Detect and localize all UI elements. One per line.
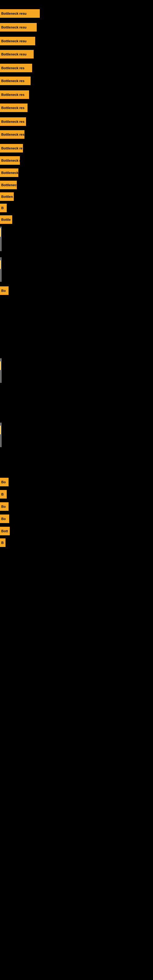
- bottleneck-bar: Bottleneck resu: [0, 37, 35, 45]
- bottleneck-bar: Bottleneck r: [0, 181, 17, 189]
- bottleneck-label: Bottleneck r: [1, 171, 18, 175]
- vertical-line: [1, 358, 1, 383]
- bottleneck-label: Bottleneck r: [1, 183, 17, 187]
- bottleneck-bar: Bott: [0, 527, 10, 535]
- bottleneck-bar: Bottleneck res: [0, 103, 27, 112]
- bottleneck-label: Bottleneck re: [1, 146, 22, 150]
- bottleneck-label: Bottleneck res: [1, 120, 24, 123]
- bottleneck-bar: Bottlen: [0, 192, 14, 201]
- bottleneck-bar: B: [0, 538, 5, 547]
- bottleneck-bar: Bottleneck resu: [0, 9, 40, 18]
- site-title: [0, 0, 153, 5]
- bottleneck-label: Bo: [1, 480, 6, 484]
- bottleneck-label: Bottleneck resu: [1, 12, 27, 15]
- bottleneck-label: Bottleneck res: [1, 133, 24, 136]
- bottleneck-label: Bottleneck res: [1, 66, 24, 70]
- bottleneck-label: B: [1, 206, 4, 210]
- bottleneck-label: Bottleneck res: [1, 79, 24, 83]
- bottleneck-bar: Bo: [0, 286, 9, 295]
- bottleneck-bar: Bottleneck res: [0, 64, 32, 72]
- bottleneck-label: Bottleneck res: [1, 93, 24, 97]
- bottleneck-bar: Bottleneck res: [0, 117, 26, 126]
- bottleneck-bar: B: [0, 490, 7, 499]
- bottleneck-label: Bo: [1, 289, 6, 293]
- vertical-line: [1, 227, 1, 251]
- bottleneck-label: Bo: [1, 517, 6, 520]
- vertical-line: [1, 423, 1, 447]
- bottleneck-label: Bottleneck resu: [1, 39, 27, 43]
- bottleneck-label: Bottle: [1, 218, 11, 221]
- bottleneck-bar: Bottle: [0, 215, 12, 224]
- bottleneck-label: Bottleneck resu: [1, 52, 27, 56]
- bottleneck-bar: Bo: [0, 502, 9, 511]
- bottleneck-bar: Bottleneck resu: [0, 23, 37, 32]
- bottleneck-bar: Bottleneck r: [0, 156, 20, 165]
- bottleneck-label: Bottlen: [1, 195, 13, 199]
- bottleneck-label: B: [1, 541, 4, 544]
- bottleneck-bar: B: [0, 204, 7, 212]
- bottleneck-bar: Bottleneck r: [0, 169, 18, 177]
- bottleneck-label: Bottleneck resu: [1, 25, 27, 29]
- bottleneck-label: Bo: [1, 505, 6, 508]
- bottleneck-bar: Bottleneck res: [0, 76, 30, 85]
- bottleneck-label: Bottleneck res: [1, 106, 24, 110]
- bottleneck-bar: Bo: [0, 478, 9, 486]
- bottleneck-label: Bottleneck r: [1, 159, 20, 162]
- bottleneck-label: Bott: [1, 529, 8, 533]
- bottleneck-bar: Bottleneck resu: [0, 50, 33, 59]
- bottleneck-bar: Bottleneck re: [0, 144, 23, 153]
- vertical-line: [1, 257, 1, 282]
- bottleneck-bar: Bottleneck res: [0, 130, 24, 139]
- bottleneck-label: B: [1, 492, 4, 496]
- bottleneck-bar: Bo: [0, 514, 9, 523]
- bottleneck-bar: Bottleneck res: [0, 90, 29, 99]
